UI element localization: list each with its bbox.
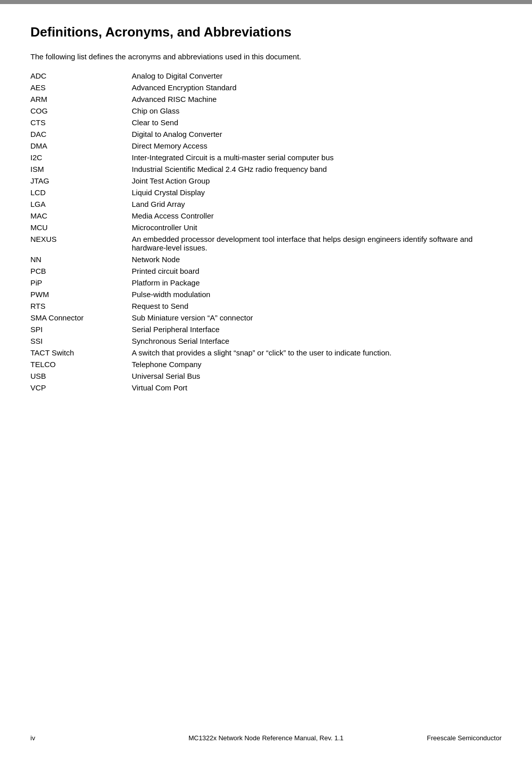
acronym-definition: Pulse-width modulation xyxy=(132,289,502,300)
acronym-row: LGALand Grid Array xyxy=(30,198,502,210)
acronym-definition: Analog to Digital Converter xyxy=(132,70,502,82)
acronym-definition: Microcontroller Unit xyxy=(132,222,502,233)
acronym-term: SMA Connector xyxy=(30,312,132,323)
acronym-term: PCB xyxy=(30,265,132,277)
acronym-row: PiPPlatform in Package xyxy=(30,277,502,289)
acronym-row: I2CInter-Integrated Circuit is a multi-m… xyxy=(30,152,502,163)
acronym-term: COG xyxy=(30,105,132,117)
acronym-definition: Sub Miniature version “A” connector xyxy=(132,312,502,323)
acronym-term: DMA xyxy=(30,140,132,152)
acronym-row: NNNetwork Node xyxy=(30,254,502,265)
acronym-row: SSISynchronous Serial Interface xyxy=(30,335,502,347)
acronym-definition: Telephone Company xyxy=(132,358,502,370)
acronym-term: SPI xyxy=(30,323,132,335)
acronym-row: SPISerial Peripheral Interface xyxy=(30,323,502,335)
acronym-definition: Digital to Analog Converter xyxy=(132,128,502,140)
acronym-term: MCU xyxy=(30,222,132,233)
acronym-row: PWMPulse-width modulation xyxy=(30,289,502,300)
acronym-definition: A switch that provides a slight “snap” o… xyxy=(132,347,502,358)
acronym-term: AES xyxy=(30,82,132,93)
acronym-row: PCBPrinted circuit board xyxy=(30,265,502,277)
acronym-term: ADC xyxy=(30,70,132,82)
acronym-row: LCDLiquid Crystal Display xyxy=(30,187,502,198)
acronym-term: I2C xyxy=(30,152,132,163)
acronym-definition: Direct Memory Access xyxy=(132,140,502,152)
acronym-definition: An embedded processor development tool i… xyxy=(132,233,502,254)
acronym-row: ISMIndustrial Scientific Medical 2.4 GHz… xyxy=(30,163,502,175)
acronym-term: NEXUS xyxy=(30,233,132,254)
acronym-row: MCUMicrocontroller Unit xyxy=(30,222,502,233)
acronym-term: ISM xyxy=(30,163,132,175)
acronym-term: LGA xyxy=(30,198,132,210)
acronym-row: USBUniversal Serial Bus xyxy=(30,370,502,382)
acronym-definition: Universal Serial Bus xyxy=(132,370,502,382)
acronym-term: RTS xyxy=(30,300,132,312)
acronym-term: LCD xyxy=(30,187,132,198)
acronym-term: ARM xyxy=(30,93,132,105)
acronym-definition: Chip on Glass xyxy=(132,105,502,117)
acronym-definition: Clear to Send xyxy=(132,117,502,128)
acronym-definition: Liquid Crystal Display xyxy=(132,187,502,198)
acronym-term: MAC xyxy=(30,210,132,222)
acronym-row: ARMAdvanced RISC Machine xyxy=(30,93,502,105)
acronym-term: TELCO xyxy=(30,358,132,370)
acronym-term: PiP xyxy=(30,277,132,289)
acronym-term: CTS xyxy=(30,117,132,128)
intro-text: The following list defines the acronyms … xyxy=(30,52,502,61)
acronym-term: VCP xyxy=(30,382,132,393)
acronym-definition: Joint Test Action Group xyxy=(132,175,502,187)
acronym-definition: Land Grid Array xyxy=(132,198,502,210)
acronym-definition: Network Node xyxy=(132,254,502,265)
acronym-row: ADCAnalog to Digital Converter xyxy=(30,70,502,82)
acronym-definition: Industrial Scientific Medical 2.4 GHz ra… xyxy=(132,163,502,175)
page-container: Definitions, Acronyms, and Abbreviations… xyxy=(0,4,532,434)
acronym-definition: Inter-Integrated Circuit is a multi-mast… xyxy=(132,152,502,163)
acronym-row: TELCOTelephone Company xyxy=(30,358,502,370)
acronym-term: DAC xyxy=(30,128,132,140)
acronym-term: JTAG xyxy=(30,175,132,187)
acronym-definition: Virtual Com Port xyxy=(132,382,502,393)
acronym-term: PWM xyxy=(30,289,132,300)
acronym-term: USB xyxy=(30,370,132,382)
acronym-definition: Request to Send xyxy=(132,300,502,312)
footer-left: iv xyxy=(30,734,35,742)
acronym-definition: Printed circuit board xyxy=(132,265,502,277)
acronym-row: COGChip on Glass xyxy=(30,105,502,117)
acronym-row: DMADirect Memory Access xyxy=(30,140,502,152)
acronym-row: SMA ConnectorSub Miniature version “A” c… xyxy=(30,312,502,323)
acronym-term: SSI xyxy=(30,335,132,347)
page-title: Definitions, Acronyms, and Abbreviations xyxy=(30,24,502,42)
acronym-row: JTAGJoint Test Action Group xyxy=(30,175,502,187)
acronym-term: NN xyxy=(30,254,132,265)
acronym-row: CTSClear to Send xyxy=(30,117,502,128)
acronym-definition: Serial Peripheral Interface xyxy=(132,323,502,335)
acronym-row: RTSRequest to Send xyxy=(30,300,502,312)
acronym-term: TACT Switch xyxy=(30,347,132,358)
acronym-definition: Media Access Controller xyxy=(132,210,502,222)
acronym-row: NEXUSAn embedded processor development t… xyxy=(30,233,502,254)
acronym-row: TACT SwitchA switch that provides a slig… xyxy=(30,347,502,358)
acronym-table: ADCAnalog to Digital ConverterAESAdvance… xyxy=(30,70,502,393)
acronym-definition: Platform in Package xyxy=(132,277,502,289)
acronym-row: AESAdvanced Encryption Standard xyxy=(30,82,502,93)
acronym-row: MACMedia Access Controller xyxy=(30,210,502,222)
acronym-row: DACDigital to Analog Converter xyxy=(30,128,502,140)
acronym-row: VCPVirtual Com Port xyxy=(30,382,502,393)
acronym-definition: Advanced Encryption Standard xyxy=(132,82,502,93)
acronym-definition: Synchronous Serial Interface xyxy=(132,335,502,347)
acronym-definition: Advanced RISC Machine xyxy=(132,93,502,105)
footer-right: Freescale Semiconductor xyxy=(427,734,502,742)
top-bar xyxy=(0,0,532,4)
